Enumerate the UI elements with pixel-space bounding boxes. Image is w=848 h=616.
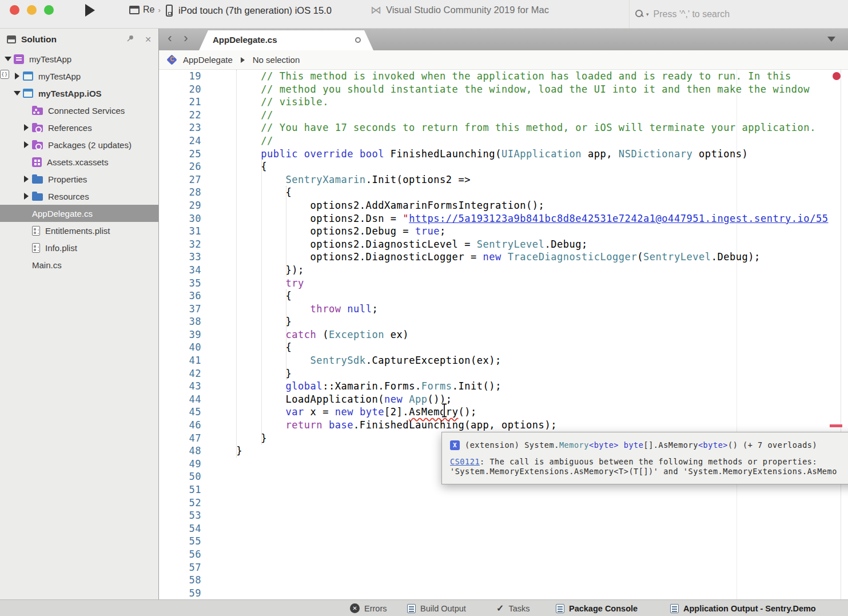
code-line-21[interactable]: 21 // visible. — [159, 96, 848, 109]
sidebar-item-properties[interactable]: Properties — [0, 170, 158, 188]
code-text — [201, 561, 212, 574]
navigate-forward-button[interactable]: › — [178, 31, 193, 47]
chevron-right-icon[interactable] — [21, 193, 32, 200]
line-number: 19 — [159, 70, 201, 83]
chevron-right-icon[interactable] — [21, 176, 32, 182]
code-line-41[interactable]: 41 SentrySdk.CaptureException(ex); — [159, 354, 848, 367]
sidebar-item-mytestapp-ios[interactable]: myTestApp.iOS — [0, 85, 158, 102]
chevron-right-icon[interactable] — [21, 141, 32, 148]
code-line-35[interactable]: 35 try — [159, 277, 848, 290]
code-line-46[interactable]: 46 return base.FinishedLaunching(app, op… — [159, 419, 848, 432]
code-line-42[interactable]: 42 } — [159, 367, 848, 380]
zoom-window-button[interactable] — [44, 5, 54, 15]
code-line-29[interactable]: 29 options2.AddXamarinFormsIntegration()… — [159, 199, 848, 212]
document-icon — [556, 604, 564, 613]
status-item-package-console[interactable]: Package Console — [556, 600, 638, 616]
close-icon[interactable]: ✕ — [145, 35, 152, 44]
sidebar-item-references[interactable]: References — [0, 119, 158, 136]
code-line-56[interactable]: 56 — [159, 548, 848, 561]
code-line-24[interactable]: 24 // — [159, 134, 848, 148]
global-search-input[interactable] — [654, 9, 825, 19]
window-title: ⋈ Visual Studio Community 2019 for Mac — [371, 5, 549, 15]
error-code-link[interactable]: CS0121 — [450, 457, 480, 466]
code-line-39[interactable]: 39 catch (Exception ex) — [159, 328, 848, 341]
breadcrumb-selection[interactable]: No selection — [253, 55, 300, 65]
code-line-26[interactable]: 26 { — [159, 160, 848, 173]
sidebar-item-entitlements-plist[interactable]: Entitlements.plist — [0, 222, 158, 239]
line-number: 44 — [159, 393, 201, 406]
code-text: catch (Exception ex) — [201, 328, 409, 341]
sidebar-item-resources[interactable]: Resources — [0, 188, 158, 205]
line-number: 43 — [159, 380, 201, 393]
code-line-44[interactable]: 44 LoadApplication(new App()); — [159, 393, 848, 406]
code-line-34[interactable]: 34 }); — [159, 264, 848, 277]
line-number: 54 — [159, 522, 201, 535]
folder-ref-icon — [32, 125, 43, 132]
breadcrumb: C AppDelegate No selection — [159, 50, 848, 70]
solution-pad-icon — [7, 35, 16, 43]
code-line-20[interactable]: 20 // method you should instantiate the … — [159, 83, 848, 96]
run-button[interactable] — [85, 4, 95, 17]
code-line-22[interactable]: 22 // — [159, 109, 848, 122]
sidebar-item-mytestapp[interactable]: myTestApp — [0, 50, 158, 67]
sidebar-item-packages-2-updates[interactable]: Packages (2 updates) — [0, 136, 158, 153]
code-line-54[interactable]: 54 — [159, 522, 848, 535]
code-line-28[interactable]: 28 { — [159, 186, 848, 199]
line-number: 28 — [159, 186, 201, 199]
breadcrumb-class[interactable]: AppDelegate — [183, 55, 233, 65]
code-line-59[interactable]: 59 — [159, 587, 848, 599]
tab-list-dropdown-icon[interactable] — [827, 37, 835, 42]
code-line-58[interactable]: 58 — [159, 574, 848, 587]
sidebar-item-main-cs[interactable]: {}Main.cs — [0, 256, 158, 273]
navigate-back-button[interactable]: ‹ — [162, 31, 177, 47]
code-line-25[interactable]: 25 public override bool FinishedLaunchin… — [159, 148, 848, 161]
sidebar-item-info-plist[interactable]: Info.plist — [0, 239, 158, 256]
toolbar: Re › iPod touch (7th generation) iOS 15.… — [0, 0, 848, 29]
pin-icon[interactable] — [126, 35, 134, 45]
device-selector[interactable]: iPod touch (7th generation) iOS 15.0 — [166, 5, 332, 17]
code-line-27[interactable]: 27 SentryXamarin.Init(options2 => — [159, 173, 848, 186]
extension-method-icon: X — [450, 440, 460, 450]
status-item-label: Package Console — [569, 604, 638, 613]
code-line-57[interactable]: 57 — [159, 561, 848, 574]
close-window-button[interactable] — [10, 5, 19, 15]
code-line-45[interactable]: 45 var x = new byte[2].AsMemory(); — [159, 406, 848, 419]
minimize-window-button[interactable] — [27, 5, 37, 15]
status-item-build-output[interactable]: Build Output — [407, 600, 466, 616]
error-tooltip: X (extension) System.Memory<byte> byte[]… — [441, 432, 848, 484]
code-line-51[interactable]: 51 — [159, 483, 848, 496]
code-line-55[interactable]: 55 — [159, 535, 848, 548]
sidebar-item-assets-xcassets[interactable]: Assets.xcassets — [0, 153, 158, 170]
code-line-43[interactable]: 43 global::Xamarin.Forms.Forms.Init(); — [159, 380, 848, 393]
chevron-down-icon[interactable] — [11, 91, 23, 96]
status-item-tasks[interactable]: ✓Tasks — [496, 600, 529, 616]
code-line-52[interactable]: 52 — [159, 496, 848, 510]
code-line-36[interactable]: 36 { — [159, 289, 848, 303]
code-line-31[interactable]: 31 options2.Debug = true; — [159, 225, 848, 238]
sidebar-item-connected-services[interactable]: Connected Services — [0, 102, 158, 119]
code-line-19[interactable]: 19 // This method is invoked when the ap… — [159, 70, 848, 83]
code-line-53[interactable]: 53 — [159, 509, 848, 522]
code-line-32[interactable]: 32 options2.DiagnosticLevel = SentryLeve… — [159, 238, 848, 251]
sidebar-item-mytestapp[interactable]: myTestApp — [0, 67, 158, 85]
line-number: 58 — [159, 574, 201, 587]
tab-strip: ‹ › AppDelegate.cs — [159, 29, 848, 50]
code-line-23[interactable]: 23 // You have 17 seconds to return from… — [159, 121, 848, 134]
sidebar-item-appdelegate-cs[interactable]: {}AppDelegate.cs — [0, 205, 158, 222]
global-search[interactable]: ▾ — [629, 0, 848, 28]
code-line-33[interactable]: 33 options2.DiagnosticLogger = new Trace… — [159, 251, 848, 264]
status-item-errors[interactable]: ✕Errors — [350, 600, 387, 616]
code-line-40[interactable]: 40 { — [159, 341, 848, 354]
code-line-38[interactable]: 38 } — [159, 315, 848, 328]
code-editor[interactable]: 19 // This method is invoked when the ap… — [159, 70, 848, 599]
tab-appdelegate[interactable]: AppDelegate.cs — [199, 30, 373, 50]
line-number: 57 — [159, 561, 201, 574]
chevron-down-icon[interactable] — [2, 57, 14, 61]
run-configuration-selector[interactable]: Re › — [129, 5, 161, 15]
chevron-right-icon[interactable] — [11, 73, 23, 80]
code-line-30[interactable]: 30 options2.Dsn = "https://5a193123a9b84… — [159, 212, 848, 225]
code-text: { — [201, 160, 267, 173]
chevron-right-icon[interactable] — [21, 124, 32, 131]
status-item-application-output-sentry-demo[interactable]: Application Output - Sentry.Demo — [670, 600, 816, 616]
code-line-37[interactable]: 37 throw null; — [159, 303, 848, 316]
